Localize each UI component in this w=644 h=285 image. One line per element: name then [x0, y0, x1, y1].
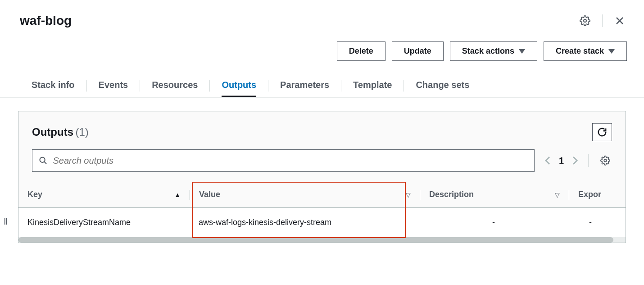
- create-stack-button[interactable]: Create stack: [544, 41, 627, 61]
- svg-point-0: [584, 19, 586, 22]
- column-key[interactable]: Key ▲: [18, 182, 190, 207]
- outputs-table: Key ▲ Value ▽ Description ▽ Expor Kinesi…: [18, 182, 626, 237]
- chevron-left-icon: [544, 156, 551, 165]
- cell-value: aws-waf-logs-kinesis-delivery-stream: [190, 208, 419, 237]
- tabs-bar: Stack info Events Resources Outputs Para…: [0, 74, 644, 97]
- action-button-row: Delete Update Stack actions Create stack: [0, 32, 644, 70]
- divider: [268, 80, 268, 92]
- column-export-label: Expor: [578, 190, 601, 199]
- divider: [86, 80, 87, 92]
- divider: [341, 80, 341, 92]
- divider: [588, 154, 589, 167]
- close-icon: [614, 15, 625, 26]
- chevron-right-icon: [572, 156, 578, 165]
- tab-stack-info[interactable]: Stack info: [32, 74, 75, 97]
- tab-resources[interactable]: Resources: [152, 74, 198, 97]
- column-export[interactable]: Expor: [569, 182, 614, 207]
- page-number: 1: [559, 156, 564, 166]
- stack-actions-button[interactable]: Stack actions: [450, 41, 537, 61]
- split-panel-handle[interactable]: II: [4, 216, 7, 227]
- tab-template[interactable]: Template: [353, 74, 392, 97]
- sort-asc-icon: ▲: [174, 191, 181, 198]
- next-page-button[interactable]: [572, 156, 578, 165]
- scrollbar-thumb[interactable]: [18, 237, 613, 243]
- horizontal-scrollbar[interactable]: [18, 237, 626, 243]
- svg-point-5: [40, 157, 45, 162]
- update-button[interactable]: Update: [392, 41, 444, 61]
- search-box[interactable]: [32, 149, 535, 172]
- column-description[interactable]: Description ▽: [420, 182, 569, 207]
- create-stack-label: Create stack: [556, 46, 604, 56]
- column-value[interactable]: Value ▽: [190, 182, 420, 207]
- caret-down-icon: [608, 49, 615, 54]
- svg-point-7: [604, 159, 607, 162]
- refresh-button[interactable]: [592, 123, 612, 141]
- svg-marker-3: [519, 49, 525, 54]
- table-header: Key ▲ Value ▽ Description ▽ Expor: [18, 182, 626, 208]
- table-row: KinesisDeliveryStreamName aws-waf-logs-k…: [18, 208, 626, 237]
- filter-icon: ▽: [555, 191, 560, 198]
- search-icon: [39, 156, 47, 165]
- gear-icon: [580, 15, 590, 26]
- cell-description: -: [419, 208, 568, 237]
- page-title: waf-blog: [20, 14, 72, 28]
- tab-parameters[interactable]: Parameters: [280, 74, 329, 97]
- search-input[interactable]: [53, 156, 527, 166]
- prev-page-button[interactable]: [544, 156, 551, 165]
- filter-icon: ▽: [406, 191, 411, 198]
- outputs-panel: Outputs (1) 1: [18, 111, 626, 243]
- header-actions: [578, 14, 627, 28]
- divider: [209, 80, 210, 92]
- refresh-icon: [597, 127, 607, 137]
- pagination: 1: [544, 156, 578, 166]
- close-button[interactable]: [612, 14, 627, 28]
- tab-events[interactable]: Events: [99, 74, 128, 97]
- divider: [404, 80, 404, 92]
- delete-button[interactable]: Delete: [337, 41, 385, 61]
- panel-title: Outputs: [32, 126, 73, 138]
- cell-export: -: [568, 208, 613, 237]
- column-description-label: Description: [429, 190, 474, 199]
- svg-marker-4: [608, 49, 615, 54]
- caret-down-icon: [519, 49, 525, 54]
- table-settings-button[interactable]: [599, 154, 612, 167]
- tab-change-sets[interactable]: Change sets: [416, 74, 469, 97]
- cell-key: KinesisDeliveryStreamName: [18, 208, 190, 237]
- settings-button[interactable]: [578, 14, 592, 28]
- divider: [140, 80, 140, 92]
- svg-line-6: [44, 161, 46, 164]
- column-value-label: Value: [199, 190, 220, 199]
- stack-actions-label: Stack actions: [462, 46, 514, 56]
- divider: [602, 14, 603, 27]
- tab-outputs[interactable]: Outputs: [222, 74, 256, 97]
- panel-count: (1): [75, 126, 88, 138]
- column-key-label: Key: [27, 190, 42, 199]
- gear-icon: [600, 156, 610, 165]
